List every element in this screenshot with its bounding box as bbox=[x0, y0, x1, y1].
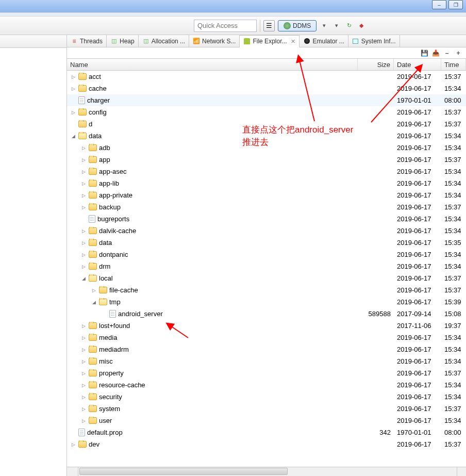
window-minimize-button[interactable]: – bbox=[432, 0, 446, 9]
expand-icon[interactable]: ▷ bbox=[70, 74, 76, 79]
expand-icon[interactable]: ▷ bbox=[70, 442, 76, 447]
tab-emulator-[interactable]: Emulator ... bbox=[299, 35, 348, 47]
table-row[interactable]: ▷ misc 2019-06-17 15:34 bbox=[67, 355, 466, 367]
table-row[interactable]: ◢ data 2019-06-17 15:34 bbox=[67, 130, 466, 142]
expand-icon[interactable]: ▷ bbox=[80, 371, 87, 376]
ddms-perspective-button[interactable]: DDMS bbox=[278, 20, 317, 31]
expand-icon[interactable]: ▷ bbox=[80, 418, 87, 423]
folder-icon bbox=[78, 133, 87, 139]
toolbar-btn-1[interactable]: ▾ bbox=[320, 21, 329, 30]
tab-system-inf-[interactable]: System Inf... bbox=[348, 35, 400, 47]
file-time: 08:00 bbox=[441, 96, 466, 104]
expand-icon[interactable]: ▷ bbox=[80, 145, 87, 151]
table-row[interactable]: ▷ app 2019-06-17 15:37 bbox=[67, 154, 466, 166]
expand-icon[interactable]: ▷ bbox=[80, 383, 87, 388]
tab-network-s-[interactable]: 📶Network S... bbox=[189, 35, 240, 47]
file-name: backup bbox=[99, 203, 121, 211]
toolbar-btn-2[interactable]: ▾ bbox=[332, 21, 341, 30]
delete-button[interactable]: – bbox=[442, 48, 452, 58]
collapse-icon[interactable]: ◢ bbox=[70, 134, 76, 139]
expand-icon[interactable]: ▷ bbox=[80, 335, 87, 340]
table-row[interactable]: ▷ property 2019-06-17 15:37 bbox=[67, 367, 466, 379]
tab-file-explor-[interactable]: File Explor...✕ bbox=[240, 35, 299, 47]
column-name[interactable]: Name bbox=[67, 59, 358, 70]
table-row[interactable]: ▷ adb 2019-06-17 15:34 bbox=[67, 142, 466, 154]
expand-icon[interactable]: ▷ bbox=[70, 86, 76, 91]
expand-icon[interactable]: ▷ bbox=[80, 240, 87, 245]
expand-icon[interactable]: ▷ bbox=[80, 205, 87, 210]
expand-icon[interactable]: ▷ bbox=[80, 252, 87, 257]
table-row[interactable]: ▷ backup 2019-06-17 15:37 bbox=[67, 201, 466, 213]
view-toolbar: 💾 📥 – + bbox=[67, 47, 466, 59]
file-name: mediadrm bbox=[99, 346, 129, 353]
column-date[interactable]: Date bbox=[394, 59, 441, 70]
table-row[interactable]: charger 1970-01-01 08:00 bbox=[67, 94, 466, 106]
table-row[interactable]: d 2019-06-17 15:37 bbox=[67, 118, 466, 130]
expand-icon[interactable]: ▷ bbox=[80, 406, 87, 412]
folder-icon bbox=[89, 227, 97, 234]
threads-icon: ≡ bbox=[71, 38, 78, 45]
expand-icon[interactable]: ▷ bbox=[80, 181, 87, 186]
table-row[interactable]: ▷ data 2019-06-17 15:35 bbox=[67, 237, 466, 249]
expand-icon[interactable]: ▷ bbox=[80, 359, 87, 364]
expand-icon[interactable]: ▷ bbox=[80, 193, 87, 198]
table-row[interactable]: ◢ local 2019-06-17 15:37 bbox=[67, 272, 466, 284]
close-icon[interactable]: ✕ bbox=[291, 38, 295, 45]
table-row[interactable]: ▷ app-private 2019-06-17 15:34 bbox=[67, 189, 466, 201]
expand-icon[interactable]: ▷ bbox=[80, 169, 87, 174]
open-perspective-button[interactable]: ☰ bbox=[263, 20, 275, 31]
expand-icon[interactable]: ▷ bbox=[70, 110, 76, 115]
toolbar-btn-4[interactable]: ◆ bbox=[357, 21, 366, 30]
table-row[interactable]: bugreports 2019-06-17 15:34 bbox=[67, 213, 466, 225]
table-row[interactable]: ▷ dalvik-cache 2019-06-17 15:34 bbox=[67, 225, 466, 237]
tab-allocation-[interactable]: ◫Allocation ... bbox=[139, 35, 189, 47]
table-row[interactable]: ▷ app-asec 2019-06-17 15:34 bbox=[67, 166, 466, 177]
collapse-icon[interactable]: ◢ bbox=[91, 300, 97, 305]
table-row[interactable]: ▷ user 2019-06-17 15:34 bbox=[67, 415, 466, 426]
expand-icon[interactable]: ▷ bbox=[80, 395, 87, 400]
horizontal-scrollbar[interactable] bbox=[67, 467, 466, 476]
expand-icon[interactable]: ▷ bbox=[80, 157, 87, 162]
push-file-button[interactable]: 📥 bbox=[431, 48, 440, 58]
allocation-icon: ◫ bbox=[142, 38, 149, 45]
toolbar-btn-3[interactable]: ↻ bbox=[344, 21, 354, 30]
file-name: dalvik-cache bbox=[99, 227, 136, 235]
file-date: 2019-06-17 bbox=[394, 227, 441, 235]
table-row[interactable]: ▷ app-lib 2019-06-17 15:34 bbox=[67, 177, 466, 189]
table-row[interactable]: ▷ resource-cache 2019-06-17 15:34 bbox=[67, 379, 466, 391]
expand-icon[interactable]: ▷ bbox=[80, 347, 87, 352]
table-row[interactable]: ▷ mediadrm 2019-06-17 15:34 bbox=[67, 343, 466, 355]
table-row[interactable]: ▷ security 2019-06-17 15:34 bbox=[67, 391, 466, 403]
table-row[interactable]: default.prop 342 1970-01-01 08:00 bbox=[67, 426, 466, 438]
table-row[interactable]: ▷ system 2019-06-17 15:37 bbox=[67, 403, 466, 415]
table-row[interactable]: ▷ lost+found 2017-11-06 19:37 bbox=[67, 320, 466, 332]
file-date: 2019-06-17 bbox=[394, 298, 441, 306]
column-size[interactable]: Size bbox=[358, 59, 394, 70]
table-row[interactable]: android_server 589588 2017-09-14 15:08 bbox=[67, 308, 466, 320]
table-row[interactable]: ▷ config 2019-06-17 15:37 bbox=[67, 106, 466, 118]
expand-icon[interactable]: ▷ bbox=[80, 323, 87, 329]
table-row[interactable]: ▷ cache 2019-06-17 15:34 bbox=[67, 83, 466, 94]
table-row[interactable]: ▷ acct 2019-06-17 15:37 bbox=[67, 71, 466, 83]
pull-file-button[interactable]: 💾 bbox=[420, 48, 429, 58]
table-row[interactable]: ▷ dev 2019-06-17 15:37 bbox=[67, 438, 466, 450]
expand-icon[interactable]: ▷ bbox=[80, 264, 87, 269]
window-maximize-button[interactable]: ❐ bbox=[448, 0, 463, 9]
collapse-icon[interactable]: ◢ bbox=[80, 276, 87, 281]
folder-icon bbox=[99, 287, 107, 293]
expand-icon[interactable]: ▷ bbox=[91, 288, 97, 293]
table-row[interactable]: ▷ file-cache 2019-06-17 15:37 bbox=[67, 284, 466, 296]
table-row[interactable]: ▷ dontpanic 2019-06-17 15:34 bbox=[67, 249, 466, 260]
tab-threads[interactable]: ≡Threads bbox=[67, 35, 107, 47]
table-row[interactable]: ▷ drm 2019-06-17 15:34 bbox=[67, 260, 466, 272]
file-name: security bbox=[99, 393, 122, 401]
tab-heap[interactable]: ◫Heap bbox=[107, 35, 139, 47]
file-name: resource-cache bbox=[99, 381, 145, 389]
table-row[interactable]: ▷ media 2019-06-17 15:34 bbox=[67, 332, 466, 343]
table-row[interactable]: ◢ tmp 2019-06-17 15:39 bbox=[67, 296, 466, 308]
column-time[interactable]: Time bbox=[441, 59, 466, 70]
quick-access-input[interactable] bbox=[194, 20, 257, 32]
file-time: 15:34 bbox=[441, 132, 466, 140]
new-folder-button[interactable]: + bbox=[454, 48, 463, 58]
expand-icon[interactable]: ▷ bbox=[80, 228, 87, 234]
